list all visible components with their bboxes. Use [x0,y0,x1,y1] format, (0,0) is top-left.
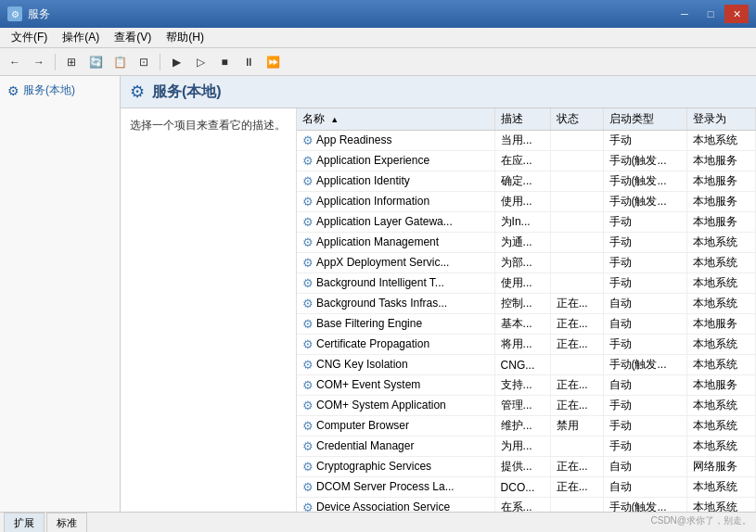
service-login-cell: 本地系统 [687,498,756,513]
service-login-cell: 本地服务 [687,314,756,335]
service-name-cell: ⚙Certificate Propagation [297,335,494,355]
service-status-cell [550,212,603,233]
service-desc-cell: 在系... [494,498,550,513]
service-startup-cell: 自动 [603,375,687,396]
col-login[interactable]: 登录为 [687,108,756,131]
content-header-title: 服务(本地) [152,82,222,102]
table-row[interactable]: ⚙Background Tasks Infras...控制...正在...自动本… [297,294,756,314]
table-row[interactable]: ⚙Application Identity确定...手动(触发...本地服务 [297,171,756,192]
menu-view[interactable]: 查看(V) [107,28,159,47]
service-status-cell: 禁用 [550,416,603,437]
service-status-cell: 正在... [550,457,603,477]
service-status-cell [550,498,603,513]
table-row[interactable]: ⚙Base Filtering Engine基本...正在...自动本地服务 [297,314,756,335]
service-login-cell: 本地服务 [687,375,756,396]
service-startup-cell: 手动 [603,212,687,233]
service-login-cell: 本地系统 [687,131,756,151]
table-row[interactable]: ⚙AppX Deployment Servic...为部...手动本地系统 [297,253,756,273]
table-row[interactable]: ⚙DCOM Server Process La...DCO...正在...自动本… [297,477,756,498]
table-row[interactable]: ⚙CNG Key IsolationCNG...手动(触发...本地系统 [297,355,756,375]
col-startup[interactable]: 启动类型 [603,108,687,131]
refresh-button[interactable]: 🔄 [84,52,107,72]
play-all-button[interactable]: ▷ [189,52,211,72]
service-login-cell: 本地服务 [687,192,756,212]
service-status-cell [550,192,603,212]
col-name[interactable]: 名称 ▲ [297,108,494,131]
service-name-cell: ⚙Application Layer Gatewa... [297,212,494,233]
service-login-cell: 本地系统 [687,437,756,457]
service-startup-cell: 自动 [603,314,687,335]
service-desc-cell: 将用... [494,335,550,355]
service-login-cell: 本地系统 [687,294,756,314]
service-login-cell: 本地服务 [687,212,756,233]
table-row[interactable]: ⚙Computer Browser维护...禁用手动本地系统 [297,416,756,437]
service-login-cell: 本地系统 [687,253,756,273]
service-login-cell: 本地服务 [687,171,756,192]
table-row[interactable]: ⚙Application Management为通...手动本地系统 [297,233,756,253]
table-area[interactable]: 名称 ▲ 描述 状态 启动类型 登录为 ⚙App Readiness当用...手… [297,108,756,512]
restart-button[interactable]: ⏩ [262,52,284,72]
table-row[interactable]: ⚙Cryptographic Services提供...正在...自动网络服务 [297,457,756,477]
service-desc-cell: 使用... [494,273,550,294]
table-row[interactable]: ⚙App Readiness当用...手动本地系统 [297,131,756,151]
menu-help[interactable]: 帮助(H) [159,28,211,47]
service-name-cell: ⚙Application Information [297,192,494,212]
close-button[interactable]: ✕ [724,5,749,23]
tab-standard[interactable]: 标准 [46,513,87,533]
menu-file[interactable]: 文件(F) [4,28,55,47]
status-bar: 扩展 标准 [0,512,756,532]
service-name-cell: ⚙DCOM Server Process La... [297,477,494,498]
play-button[interactable]: ▶ [165,52,187,72]
export-button[interactable]: 📋 [109,52,131,72]
service-desc-cell: 提供... [494,457,550,477]
table-row[interactable]: ⚙Certificate Propagation将用...正在...手动本地系统 [297,335,756,355]
content-header-icon: ⚙ [130,82,145,102]
service-login-cell: 本地系统 [687,335,756,355]
properties-button[interactable]: ⊡ [133,52,155,72]
table-row[interactable]: ⚙COM+ Event System支持...正在...自动本地服务 [297,375,756,396]
col-desc[interactable]: 描述 [494,108,550,131]
service-name-cell: ⚙COM+ System Application [297,396,494,416]
service-startup-cell: 手动 [603,416,687,437]
sidebar-item-local-services[interactable]: ⚙ 服务(本地) [4,80,116,101]
service-name-cell: ⚙Cryptographic Services [297,457,494,477]
service-desc-cell: DCO... [494,477,550,498]
service-status-cell [550,171,603,192]
table-row[interactable]: ⚙Background Intelligent T...使用...手动本地系统 [297,273,756,294]
service-login-cell: 本地系统 [687,355,756,375]
pause-button[interactable]: ⏸ [237,52,260,72]
tab-expand[interactable]: 扩展 [4,513,45,533]
service-desc-cell: 基本... [494,314,550,335]
services-table: 名称 ▲ 描述 状态 启动类型 登录为 ⚙App Readiness当用...手… [297,108,756,512]
stop-button[interactable]: ■ [213,52,236,72]
service-startup-cell: 手动 [603,233,687,253]
table-row[interactable]: ⚙Credential Manager为用...手动本地系统 [297,437,756,457]
forward-button[interactable]: → [28,52,50,72]
service-name-cell: ⚙Background Intelligent T... [297,273,494,294]
service-desc-cell: 使用... [494,192,550,212]
menu-action[interactable]: 操作(A) [55,28,107,47]
service-status-cell: 正在... [550,335,603,355]
table-row[interactable]: ⚙Application Layer Gatewa...为In...手动本地服务 [297,212,756,233]
service-startup-cell: 手动 [603,253,687,273]
table-row[interactable]: ⚙COM+ System Application管理...正在...手动本地系统 [297,396,756,416]
table-row[interactable]: ⚙Device Association Service在系...手动(触发...… [297,498,756,513]
service-status-cell: 正在... [550,375,603,396]
service-status-cell: 正在... [550,477,603,498]
service-startup-cell: 手动(触发... [603,355,687,375]
service-login-cell: 网络服务 [687,457,756,477]
service-startup-cell: 手动 [603,396,687,416]
minimize-button[interactable]: ─ [673,5,697,23]
table-row[interactable]: ⚙Application Information使用...手动(触发...本地服… [297,192,756,212]
col-status[interactable]: 状态 [550,108,603,131]
service-startup-cell: 手动 [603,335,687,355]
back-button[interactable]: ← [4,52,26,72]
maximize-button[interactable]: □ [698,5,723,23]
service-startup-cell: 手动 [603,437,687,457]
console-root-button[interactable]: ⊞ [60,52,83,72]
content-header: ⚙ 服务(本地) [121,76,756,108]
table-row[interactable]: ⚙Application Experience在应...手动(触发...本地服务 [297,151,756,171]
service-name-cell: ⚙Background Tasks Infras... [297,294,494,314]
table-header-row: 名称 ▲ 描述 状态 启动类型 登录为 [297,108,756,131]
description-text: 选择一个项目来查看它的描述。 [130,119,286,132]
